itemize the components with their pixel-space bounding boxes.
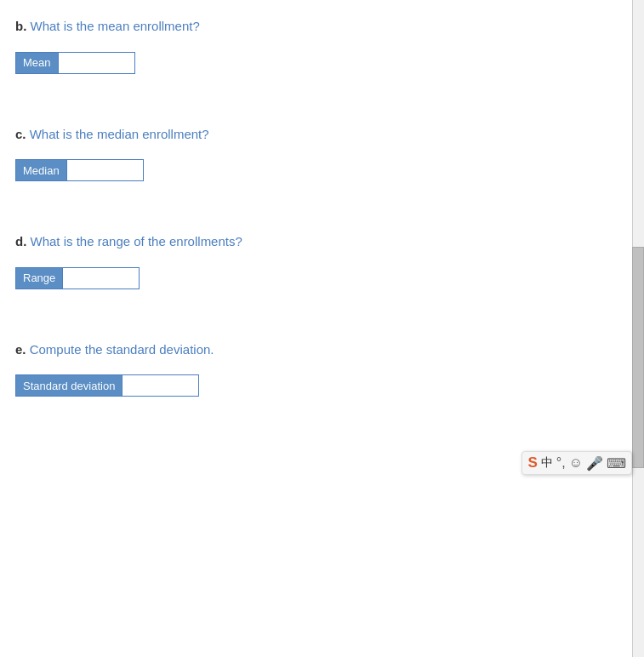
question-b-label-box: Mean	[15, 52, 59, 74]
question-c-text: c. What is the median enrollment?	[15, 125, 627, 145]
question-b-input[interactable]	[59, 52, 135, 74]
question-e-label: e.	[15, 342, 26, 357]
question-d-label-box: Range	[15, 267, 63, 289]
punctuation-icon[interactable]: °,	[556, 455, 566, 471]
question-b-body: What is the mean enrollment?	[31, 19, 200, 33]
question-d-block: d. What is the range of the enrollments?…	[15, 232, 627, 289]
question-e-input[interactable]	[123, 374, 199, 397]
chinese-icon[interactable]: 中	[541, 455, 553, 471]
question-e-block: e. Compute the standard deviation. Stand…	[15, 340, 627, 397]
scrollbar[interactable]	[632, 0, 644, 657]
question-d-body: What is the range of the enrollments?	[31, 234, 242, 249]
question-c-input-row: Median	[15, 159, 627, 181]
floating-toolbar: S 中 °, ☺ 🎤 ⌨	[521, 451, 632, 475]
question-c-body: What is the median enrollment?	[30, 127, 209, 141]
question-e-input-row: Standard deviation	[15, 374, 627, 397]
question-d-input[interactable]	[63, 267, 140, 289]
question-b-label: b.	[15, 19, 26, 33]
question-d-text: d. What is the range of the enrollments?	[15, 232, 627, 252]
keyboard-icon[interactable]: ⌨	[607, 455, 626, 471]
mic-icon[interactable]: 🎤	[586, 455, 603, 471]
page-content: b. What is the mean enrollment? Mean c. …	[0, 0, 644, 422]
emoji-icon[interactable]: ☺	[569, 455, 583, 471]
question-c-block: c. What is the median enrollment? Median	[15, 125, 627, 182]
question-c-input[interactable]	[67, 159, 144, 181]
question-c-label: c.	[15, 127, 26, 141]
question-d-input-row: Range	[15, 267, 627, 289]
question-b-input-row: Mean	[15, 52, 627, 74]
question-b-text: b. What is the mean enrollment?	[15, 17, 627, 37]
question-d-label: d.	[15, 234, 26, 249]
question-e-body: Compute the standard deviation.	[30, 342, 214, 357]
question-c-label-box: Median	[15, 159, 67, 181]
question-e-text: e. Compute the standard deviation.	[15, 340, 627, 360]
sogou-icon[interactable]: S	[527, 454, 537, 471]
scrollbar-thumb[interactable]	[632, 247, 644, 468]
question-b-block: b. What is the mean enrollment? Mean	[15, 17, 627, 74]
question-e-label-box: Standard deviation	[15, 374, 123, 397]
